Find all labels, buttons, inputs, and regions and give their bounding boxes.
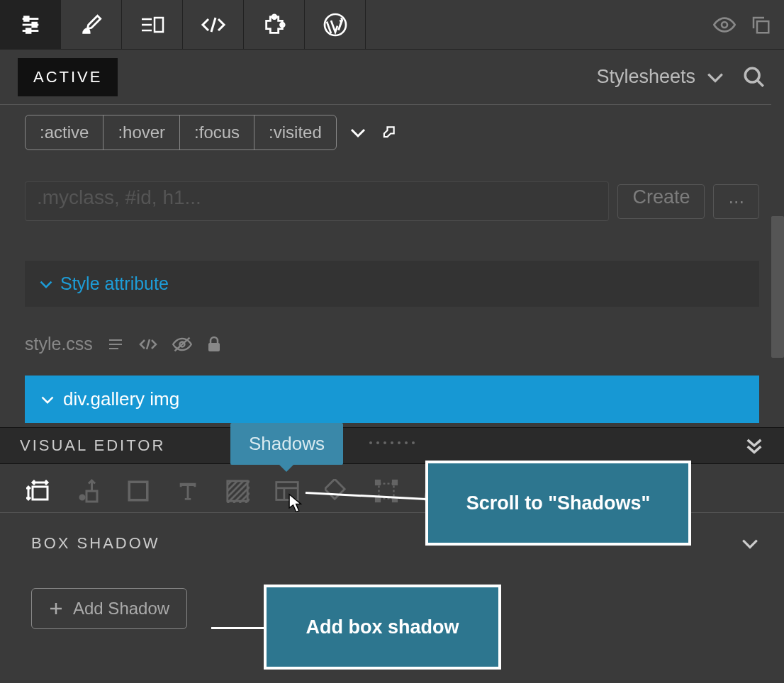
stylesheets-dropdown[interactable]: Stylesheets (596, 66, 724, 88)
selected-rule-label: div.gallery img (63, 388, 179, 410)
svg-rect-33 (276, 482, 298, 500)
svg-rect-40 (376, 497, 380, 502)
selector-input[interactable] (25, 181, 609, 221)
stylesheet-name: style.css (25, 334, 93, 354)
scrollbar-thumb[interactable] (771, 216, 784, 358)
list-icon[interactable] (107, 337, 124, 351)
layout-tool[interactable] (273, 477, 301, 505)
chevron-down-icon (741, 537, 759, 550)
selected-rule[interactable]: div.gallery img (25, 376, 759, 423)
transform-tool[interactable] (372, 477, 401, 505)
svg-line-17 (757, 80, 763, 86)
svg-rect-4 (32, 23, 36, 27)
selector-row: Create ... (0, 181, 784, 221)
svg-rect-3 (24, 16, 28, 21)
add-shadow-label: Add Shadow (73, 599, 169, 619)
svg-rect-5 (26, 28, 30, 33)
svg-point-16 (745, 68, 759, 82)
text-tool[interactable] (174, 477, 202, 505)
panel-header: ACTIVE Stylesheets (0, 50, 784, 105)
tooltip: Shadows (230, 423, 343, 465)
callout-scroll: Scroll to "Shadows" (425, 461, 691, 546)
svg-rect-28 (86, 491, 97, 502)
chevron-down-icon (40, 395, 55, 405)
code-icon[interactable] (138, 337, 158, 351)
pseudo-group: :active :hover :focus :visited (25, 115, 337, 150)
eye-icon[interactable] (713, 16, 736, 33)
top-toolbar (0, 0, 784, 50)
background-tool[interactable] (223, 477, 252, 505)
svg-rect-31 (129, 482, 147, 500)
svg-point-30 (80, 495, 84, 499)
style-attribute-label: Style attribute (60, 273, 169, 294)
svg-rect-39 (393, 480, 397, 485)
active-badge: ACTIVE (18, 58, 118, 96)
code-tab[interactable] (183, 0, 244, 50)
svg-rect-15 (757, 21, 768, 33)
svg-rect-38 (376, 480, 380, 485)
svg-rect-25 (33, 487, 47, 499)
svg-line-21 (147, 339, 150, 349)
pseudo-visited[interactable]: :visited (254, 115, 336, 149)
chevron-down-icon (706, 71, 724, 84)
callout-add: Add box shadow (264, 585, 501, 670)
visual-editor-title: VISUAL EDITOR (20, 436, 165, 455)
wordpress-tab[interactable] (305, 0, 366, 50)
puzzle-icon (262, 13, 286, 37)
actions-tab[interactable] (122, 0, 183, 50)
pseudo-hover[interactable]: :hover (103, 115, 180, 149)
code-icon (200, 15, 227, 35)
create-button[interactable]: Create (617, 184, 705, 219)
double-chevron-down-icon[interactable] (744, 436, 764, 456)
shadow-tool[interactable] (323, 477, 351, 505)
search-icon[interactable] (742, 65, 766, 89)
sliders-icon (18, 13, 43, 37)
pseudo-focus[interactable]: :focus (180, 115, 254, 149)
callout-line (211, 627, 268, 629)
stylesheets-label: Stylesheets (596, 66, 695, 88)
svg-rect-9 (155, 18, 163, 32)
chevron-down-icon[interactable] (349, 127, 366, 138)
brush-tab[interactable] (61, 0, 122, 50)
actions-icon (139, 15, 166, 35)
position-tool[interactable] (74, 477, 103, 505)
box-tool[interactable] (124, 477, 152, 505)
drag-handle[interactable] (369, 441, 415, 444)
add-shadow-button[interactable]: Add Shadow (31, 588, 187, 629)
plus-icon (49, 602, 63, 616)
visual-editor-bar: VISUAL EDITOR (0, 427, 784, 464)
copy-icon[interactable] (750, 14, 771, 35)
puzzle-tab[interactable] (244, 0, 305, 50)
svg-rect-36 (325, 479, 345, 499)
pseudo-row: :active :hover :focus :visited (0, 105, 784, 160)
svg-line-10 (211, 18, 215, 32)
sliders-tab[interactable] (0, 0, 61, 50)
eye-off-icon[interactable] (172, 337, 192, 352)
pin-icon[interactable] (379, 123, 398, 142)
more-button[interactable]: ... (713, 184, 759, 219)
stylesheet-file-row: style.css (0, 334, 784, 354)
brush-icon (79, 13, 103, 37)
style-attribute-section[interactable]: Style attribute (25, 261, 759, 307)
wordpress-icon (323, 12, 348, 38)
pseudo-active[interactable]: :active (26, 115, 103, 149)
lock-icon[interactable] (206, 336, 222, 353)
box-shadow-title: BOX SHADOW (31, 534, 160, 553)
svg-rect-24 (208, 343, 220, 351)
svg-point-14 (722, 22, 727, 28)
chevron-down-icon (39, 279, 53, 289)
dimensions-tool[interactable] (25, 477, 53, 505)
